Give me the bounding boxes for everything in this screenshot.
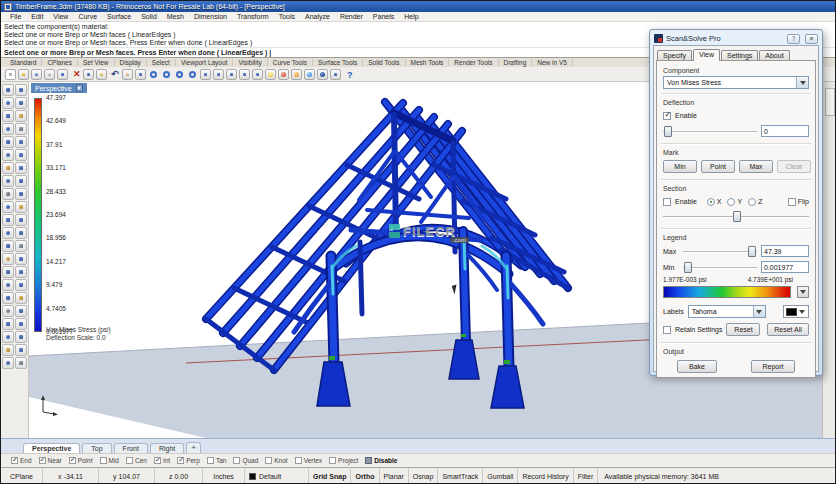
tool-icon[interactable] [15, 240, 27, 252]
menu-item[interactable]: Panels [368, 13, 399, 20]
tool-icon[interactable] [15, 227, 27, 239]
tool-icon[interactable] [2, 227, 14, 239]
section-axis-option[interactable]: X [707, 198, 722, 206]
checkbox-icon[interactable] [329, 457, 336, 464]
osnap-toggle[interactable]: End [11, 457, 32, 464]
dialog-close-button[interactable]: ✕ [805, 34, 818, 44]
toolbar-icon[interactable] [343, 69, 354, 80]
checkbox-icon[interactable] [295, 457, 302, 464]
checkbox-icon[interactable] [39, 457, 46, 464]
toolbar-icon[interactable] [174, 69, 185, 80]
toolbar-icon[interactable] [96, 69, 107, 80]
menu-item[interactable]: Edit [26, 13, 48, 20]
tool-icon[interactable] [15, 292, 27, 304]
tool-icon[interactable] [2, 110, 14, 122]
menu-item[interactable]: Solid [136, 13, 162, 20]
tool-icon[interactable] [2, 149, 14, 161]
tool-icon[interactable] [15, 136, 27, 148]
tool-icon[interactable] [2, 136, 14, 148]
section-enable-checkbox[interactable] [663, 198, 671, 206]
toolbar-icon[interactable] [135, 69, 146, 80]
tool-icon[interactable] [2, 266, 14, 278]
toolbar-icon[interactable] [252, 69, 263, 80]
tool-icon[interactable] [2, 253, 14, 265]
legend-max-field[interactable]: 47.39 [761, 245, 809, 257]
window-titlebar[interactable]: TimberFrame.3dm (37480 KB) - Rhinoceros … [1, 1, 835, 12]
deflection-slider[interactable] [663, 126, 757, 137]
tool-icon[interactable] [2, 201, 14, 213]
toolbar-tab[interactable]: Select [147, 59, 176, 66]
mark-button[interactable]: Min [663, 160, 697, 173]
tool-icon[interactable] [15, 97, 27, 109]
tool-icon[interactable] [2, 162, 14, 174]
viewport-tab[interactable]: Perspective [23, 443, 80, 453]
menu-item[interactable]: Analyze [300, 13, 335, 20]
slider-thumb[interactable] [664, 126, 672, 137]
toolbar-icon[interactable] [213, 69, 224, 80]
deflection-value-field[interactable]: 0 [761, 125, 809, 137]
section-axis-option[interactable]: Y [727, 198, 742, 206]
add-viewport-tab-button[interactable]: + [186, 442, 201, 453]
toolbar-icon[interactable] [148, 69, 159, 80]
retain-settings-checkbox[interactable] [663, 326, 671, 334]
checkbox-icon[interactable] [177, 457, 184, 464]
tool-icon[interactable] [2, 344, 14, 356]
menu-item[interactable]: View [48, 13, 73, 20]
osnap-toggle[interactable]: Project [329, 457, 358, 464]
mark-button[interactable]: Max [739, 160, 773, 173]
menu-item[interactable]: File [5, 13, 26, 20]
toolbar-icon[interactable] [18, 69, 29, 80]
osnap-toggle[interactable]: Cen [126, 457, 147, 464]
viewport-tab[interactable]: Front [114, 443, 148, 453]
toolbar-icon[interactable] [161, 69, 172, 80]
bake-button[interactable]: Bake [677, 360, 717, 373]
toolbar-icon[interactable] [187, 69, 198, 80]
slider-thumb[interactable] [733, 211, 741, 222]
tool-icon[interactable] [15, 149, 27, 161]
status-toggle[interactable]: Ortho [351, 468, 379, 484]
mark-button[interactable]: Point [701, 160, 735, 173]
osnap-toggle[interactable]: Disable [365, 457, 397, 464]
radio-icon[interactable] [727, 198, 735, 206]
tool-icon[interactable] [2, 292, 14, 304]
flip-checkbox[interactable] [788, 198, 796, 206]
tool-icon[interactable] [2, 188, 14, 200]
menu-item[interactable]: Tools [274, 13, 300, 20]
osnap-toggle[interactable]: Vertex [295, 457, 322, 464]
tool-icon[interactable] [15, 266, 27, 278]
units-pane[interactable]: Inches [203, 468, 245, 484]
legend-min-slider[interactable] [683, 262, 757, 273]
tool-icon[interactable] [2, 318, 14, 330]
status-toggle[interactable]: Filter [574, 468, 599, 484]
tool-icon[interactable] [2, 123, 14, 135]
menu-item[interactable]: Transform [232, 13, 274, 20]
dialog-help-button[interactable]: ? [787, 34, 800, 44]
tool-icon[interactable] [15, 305, 27, 317]
tool-icon[interactable] [15, 357, 27, 369]
toolbar-icon[interactable] [226, 69, 237, 80]
slider-thumb[interactable] [748, 246, 756, 257]
checkbox-icon[interactable] [233, 457, 240, 464]
toolbar-tab[interactable]: Mesh Tools [406, 59, 450, 66]
checkbox-icon[interactable] [365, 457, 372, 464]
chevron-down-icon[interactable] [753, 306, 765, 317]
tool-icon[interactable] [2, 214, 14, 226]
deflection-enable-checkbox[interactable] [663, 112, 671, 120]
legend-max-slider[interactable] [683, 246, 757, 257]
toolbar-icon[interactable] [330, 69, 341, 80]
osnap-toggle[interactable]: Knot [265, 457, 287, 464]
reset-button[interactable]: Reset [726, 323, 760, 336]
dialog-tab[interactable]: View [693, 49, 720, 61]
tool-icon[interactable] [15, 331, 27, 343]
checkbox-icon[interactable] [100, 457, 107, 464]
dialog-titlebar[interactable]: Scan&Solve Pro ? ✕ [653, 32, 819, 45]
tool-icon[interactable] [15, 175, 27, 187]
radio-icon[interactable] [748, 198, 756, 206]
osnap-toggle[interactable]: Point [69, 457, 93, 464]
toolbar-tab[interactable]: Set View [78, 59, 115, 66]
status-toggle[interactable]: Record History [518, 468, 573, 484]
toolbar-icon[interactable] [5, 69, 16, 80]
checkbox-icon[interactable] [207, 457, 214, 464]
toolbar-icon[interactable] [122, 69, 133, 80]
toolbar-tab[interactable]: Render Tools [449, 59, 498, 66]
